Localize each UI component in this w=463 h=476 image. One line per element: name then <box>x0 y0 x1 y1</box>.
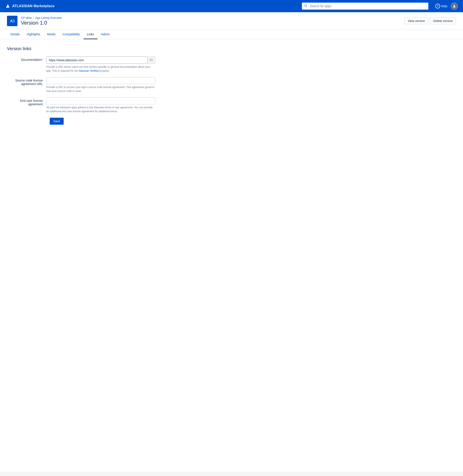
breadcrumb-separator: / <box>33 16 34 19</box>
documentation-label: Documentation* <box>7 56 46 62</box>
search-icon <box>304 4 308 8</box>
tab-admin[interactable]: Admin <box>98 30 113 39</box>
eula-hint: All paid-via-Atlassian apps adhere to th… <box>46 106 155 113</box>
svg-point-2 <box>454 5 455 6</box>
help-icon: ? <box>435 4 440 9</box>
tab-media[interactable]: Media <box>44 30 59 39</box>
app-logo-icon <box>9 18 15 24</box>
documentation-row: Documentation* Provide a URL where users… <box>7 56 456 73</box>
eula-input[interactable] <box>46 97 155 104</box>
documentation-field-wrap: Provide a URL where users can find versi… <box>46 56 155 73</box>
section-title: Version links <box>7 46 456 51</box>
required-marker: * <box>42 58 43 62</box>
breadcrumb-overview[interactable]: App Listing Overview <box>35 16 62 19</box>
app-header-buttons: View version Delete version <box>404 18 456 24</box>
svg-line-1 <box>306 6 307 7</box>
product-name: Marketplace <box>34 4 54 8</box>
documentation-hint: Provide a URL where users can find versi… <box>46 65 155 73</box>
eula-row: End user license agreement All paid-via-… <box>7 97 456 113</box>
app-title-section: CP-atlas / App Listing Overview Version … <box>21 16 62 26</box>
source-code-field-wrap: Provide a URL to access your app's sourc… <box>46 77 155 93</box>
tab-details[interactable]: Details <box>7 30 23 39</box>
atlassian-logo-icon <box>5 3 10 9</box>
save-row: Save <box>7 118 456 125</box>
main-content: Version links Documentation* Provide a U… <box>0 39 463 472</box>
breadcrumb-cp-atlas[interactable]: CP-atlas <box>21 16 32 19</box>
documentation-icon-button[interactable] <box>147 57 155 64</box>
save-button[interactable]: Save <box>50 118 64 125</box>
source-code-hint: Provide a URL to access your app's sourc… <box>46 85 155 93</box>
app-info: CP-atlas / App Listing Overview Version … <box>7 16 62 26</box>
breadcrumb: CP-atlas / App Listing Overview <box>21 16 62 19</box>
search-input[interactable] <box>302 3 428 9</box>
help-button[interactable]: ? Help <box>435 4 447 9</box>
source-code-label: Source code license agreement URL <box>7 77 46 86</box>
brand-name: ATLASSIAN <box>12 4 33 8</box>
logo-link[interactable]: ATLASSIAN Marketplace <box>5 3 54 9</box>
main-header: ATLASSIAN Marketplace ? Help <box>0 0 463 12</box>
tabs-nav: Details Highlights Media Compatibility L… <box>0 30 463 39</box>
source-code-input[interactable] <box>46 77 155 84</box>
tab-links[interactable]: Links <box>83 30 98 39</box>
app-header: CP-atlas / App Listing Overview Version … <box>0 12 463 30</box>
svg-rect-4 <box>151 60 152 61</box>
app-version-title: Version 1.0 <box>21 20 62 26</box>
documentation-input-container <box>46 56 155 64</box>
app-icon <box>7 16 18 26</box>
view-version-button[interactable]: View version <box>404 18 428 24</box>
documentation-input[interactable] <box>46 57 147 64</box>
user-avatar[interactable] <box>451 3 458 9</box>
atlassian-verified-link[interactable]: Atlassian Verified <box>79 69 99 72</box>
help-label: Help <box>441 4 447 8</box>
tab-compatibility[interactable]: Compatibility <box>59 30 83 39</box>
delete-version-button[interactable]: Delete version <box>430 18 456 24</box>
eula-field-wrap: All paid-via-Atlassian apps adhere to th… <box>46 97 155 113</box>
eula-label: End user license agreement <box>7 97 46 106</box>
source-code-row: Source code license agreement URL Provid… <box>7 77 456 93</box>
header-actions: ? Help <box>435 3 458 9</box>
search-container <box>302 3 428 9</box>
tab-highlights[interactable]: Highlights <box>23 30 44 39</box>
